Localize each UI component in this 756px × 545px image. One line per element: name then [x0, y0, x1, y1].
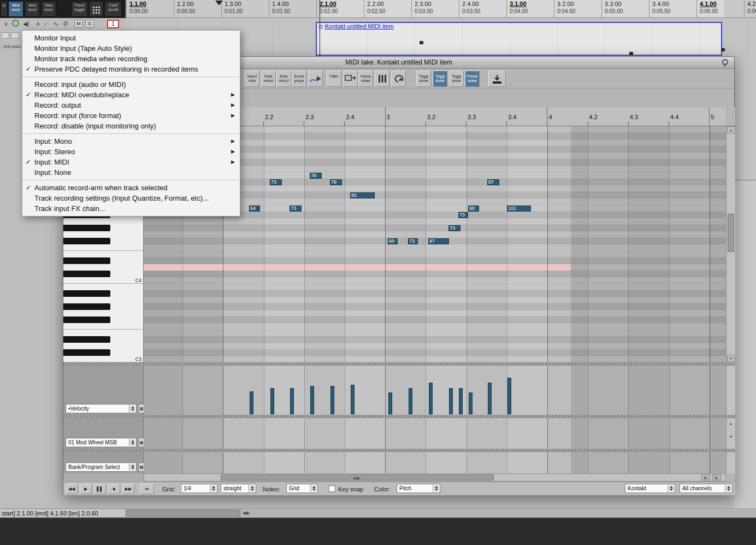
piano-key-black[interactable] — [63, 317, 144, 323]
rewind-button[interactable]: ◀◀ — [66, 484, 78, 494]
piano-key-white[interactable] — [63, 330, 144, 336]
menu-item[interactable]: ✓Input: MIDI▶ — [22, 157, 240, 167]
ruler-mark[interactable]: 2.1.000:02.00 — [320, 0, 338, 18]
scroll-down-button[interactable]: ▼ — [727, 355, 735, 362]
color-mode-select[interactable]: Pitch — [397, 484, 440, 493]
piano-key-white[interactable] — [63, 284, 144, 290]
play-button[interactable]: ▶ — [80, 484, 92, 494]
toolbar-button[interactable]: p/ — [1, 1, 8, 17]
piano-key-white[interactable] — [63, 231, 144, 238]
fx-icon[interactable]: O — [61, 20, 70, 28]
stepper-icon[interactable] — [310, 485, 317, 492]
midi-note[interactable]: 101 — [507, 206, 531, 212]
piano-key-black[interactable] — [63, 225, 144, 231]
menu-item[interactable]: Monitor Input (Tape Auto Style) — [22, 43, 240, 54]
ruler-mark[interactable]: 2.2.000:02.50 — [367, 0, 385, 18]
midi-note[interactable]: 64 — [249, 206, 260, 212]
ruler-mark[interactable]: 1.1.000:00.00 — [129, 0, 147, 18]
piano-key-white[interactable]: C4 — [63, 277, 144, 284]
piano-key-white[interactable] — [63, 264, 144, 271]
cc-lane-selector[interactable]: Bank/Program Select — [66, 462, 137, 472]
loop-toggle-button[interactable]: ⇄ — [140, 484, 154, 494]
editor-toolbar-button[interactable]: Previe notes — [465, 71, 480, 87]
screen-arrow-icon[interactable] — [343, 71, 358, 87]
piano-key-black[interactable] — [63, 336, 144, 343]
stepper-icon[interactable] — [129, 405, 135, 412]
stepper-icon[interactable] — [725, 485, 731, 492]
ruler-mark[interactable]: 2.4.000:03.50 — [462, 0, 480, 18]
pin-icon[interactable] — [720, 59, 728, 67]
ruler-mark[interactable]: 3.1.000:04.00 — [510, 0, 528, 18]
midi-note[interactable]: 73 — [408, 238, 418, 244]
curve-arrow-icon[interactable] — [308, 71, 323, 87]
midi-item[interactable]: ◷Kontakt untitled MIDI item — [316, 22, 722, 56]
velocity-bar[interactable] — [290, 388, 294, 414]
editor-toolbar-button[interactable]: Insert note — [245, 71, 259, 87]
cc-lane-grid-1[interactable] — [144, 418, 726, 449]
arrange-area-right[interactable] — [735, 56, 756, 180]
toolbar-button[interactable]: New recor — [8, 1, 23, 17]
editor-toolbar-button[interactable]: Toggl show — [416, 71, 431, 87]
midi-note[interactable]: 78 — [310, 173, 322, 179]
piano-roll-vscrollbar[interactable]: ▲ ▼ — [726, 126, 735, 362]
velocity-bar[interactable] — [388, 392, 392, 414]
velocity-grid[interactable] — [144, 366, 726, 415]
download-icon[interactable] — [488, 71, 506, 87]
piano-key-black[interactable] — [63, 349, 144, 356]
track-select[interactable]: Kontakt — [625, 484, 675, 493]
key-snap-checkbox[interactable] — [329, 485, 335, 492]
undo-icon[interactable] — [391, 71, 406, 87]
velocity-bar[interactable] — [310, 386, 314, 414]
note-length-select[interactable]: Grid — [286, 484, 318, 493]
menu-item[interactable]: ✓Automatic record-arm when track selecte… — [22, 183, 240, 193]
ruler-mark[interactable]: 3.4.000:05.50 — [652, 0, 670, 18]
piano-key-black[interactable] — [63, 257, 144, 264]
stepper-icon[interactable] — [668, 485, 674, 492]
velocity-bar[interactable] — [459, 388, 463, 414]
pen-icon[interactable]: ∕ — [42, 20, 50, 28]
editor-toolbar-button[interactable]: Toggl show — [449, 71, 464, 87]
midi-note[interactable]: 87 — [487, 179, 499, 185]
menu-item[interactable]: Record: input (audio or MIDI) — [22, 79, 240, 90]
ruler-mark[interactable]: 1.4.000:01.50 — [272, 0, 290, 18]
menu-item[interactable]: Track recording settings (Input Quantize… — [22, 193, 240, 203]
piano-key-black[interactable] — [63, 303, 144, 310]
ruler-mark[interactable]: 3.2.000:04.50 — [557, 0, 575, 18]
play-cursor-marker[interactable] — [215, 1, 223, 5]
piano-key-black[interactable] — [63, 271, 144, 277]
bars-icon[interactable] — [375, 71, 389, 87]
editor-toolbar-button[interactable]: Note veloci — [261, 71, 276, 87]
midi-note[interactable]: 87 — [428, 238, 449, 244]
piano-key-white[interactable] — [63, 244, 144, 251]
stepper-icon[interactable] — [249, 485, 255, 492]
track-io-box[interactable] — [1, 32, 9, 39]
toolbar-button[interactable]: New recor — [25, 1, 40, 17]
menu-item[interactable]: Monitor track media when recording — [22, 54, 240, 64]
stepper-icon[interactable] — [129, 464, 135, 471]
ruler-mark[interactable]: 1.3.000:01.00 — [225, 0, 243, 18]
hscroll-thumb[interactable]: ◀▶ — [221, 474, 494, 480]
editor-toolbar-button[interactable]: Note veloci — [276, 71, 291, 87]
editor-hscrollbar[interactable]: ◀▶ ▶ ▶ — [144, 473, 726, 482]
cc-lane-scroll[interactable]: ▲ ▼ — [726, 418, 735, 449]
velocity-bar[interactable] — [429, 383, 433, 414]
ruler-mark[interactable]: 1.2.000:00.50 — [177, 0, 195, 18]
cc-lane-selector[interactable]: 01 Mod Wheel MSB — [66, 438, 137, 447]
piano-key-white[interactable] — [63, 218, 144, 225]
channel-filter-select[interactable]: All channels — [680, 484, 733, 493]
piano-key-white[interactable] — [63, 297, 144, 303]
forward-button[interactable]: ▶▶ — [122, 484, 134, 494]
pause-button[interactable]: ▌▌ — [94, 484, 106, 494]
piano-key-white[interactable]: C3 — [63, 356, 144, 362]
menu-item[interactable]: Record: disable (input monitoring only) — [22, 121, 240, 131]
ruler-mark[interactable]: 4.2.000:06.5 — [747, 0, 756, 18]
editor-toolbar-button[interactable]: Huma notes — [358, 71, 373, 87]
midi-note[interactable]: 60 — [388, 238, 398, 244]
scroll-down-icon[interactable]: ▼ — [728, 435, 734, 439]
midi-note[interactable]: 73 — [270, 179, 282, 185]
midi-note[interactable]: 73 — [458, 212, 468, 218]
velocity-bar[interactable] — [330, 386, 334, 414]
piano-key-white[interactable] — [63, 323, 144, 330]
stepper-icon[interactable] — [433, 485, 439, 492]
menu-item[interactable]: Record: input (force format)▶ — [22, 110, 240, 121]
